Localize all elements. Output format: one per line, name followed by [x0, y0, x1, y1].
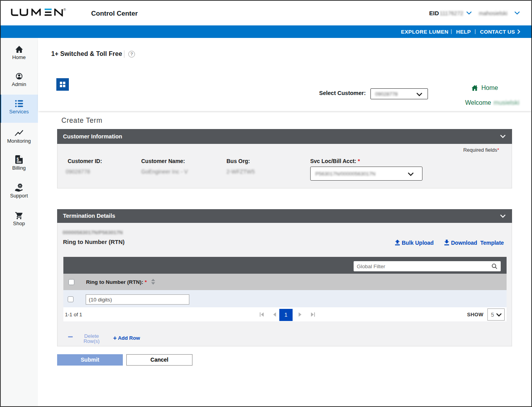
svg-text:$: $ — [16, 157, 19, 161]
